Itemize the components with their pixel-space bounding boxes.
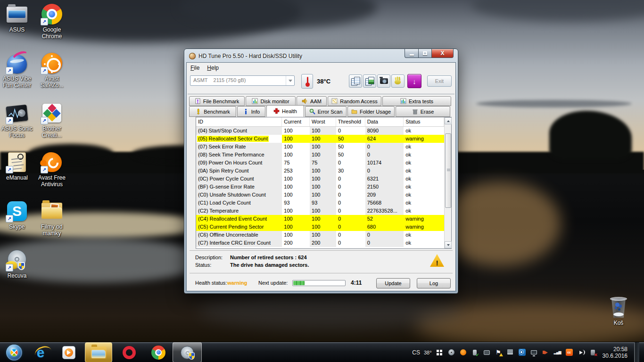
desktop-icon-avast-free[interactable]: Avast Free Antivirus	[35, 151, 69, 188]
start-button[interactable]	[4, 342, 25, 362]
col-header-id[interactable]: ID	[196, 117, 282, 126]
network-signal-icon[interactable]: ▂▄▆	[553, 348, 561, 356]
table-row[interactable]: (0A) Spin Retry Count253100300ok	[196, 167, 444, 175]
tab-random-access[interactable]: Random Access	[328, 96, 381, 106]
desktop-icon-asus-sonic-focus[interactable]: ASUS Sonic Focus	[0, 102, 34, 139]
intel-widi-icon[interactable]	[518, 348, 526, 356]
desktop-icon-emanual[interactable]: eManual	[0, 151, 34, 181]
table-row[interactable]: (C4) Reallocated Event Count100100052war…	[196, 215, 444, 223]
update-download-button[interactable]: ↓	[407, 74, 421, 88]
icon-label: Koš	[602, 320, 636, 326]
table-row[interactable]: (04) Start/Stop Count10010008090ok	[196, 127, 444, 135]
tab-aam[interactable]: AAM	[297, 96, 327, 106]
window-titlebar[interactable]: HD Tune Pro 5.50 - Hard Disk/SSD Utility	[189, 51, 302, 61]
tab-error-scan[interactable]: Error Scan	[305, 106, 347, 117]
col-header-current[interactable]: Current	[282, 117, 310, 126]
tab-benchmark[interactable]: Benchmark	[189, 106, 236, 117]
menu-file[interactable]: File	[190, 65, 199, 71]
display-icon[interactable]	[530, 348, 538, 356]
avast-tray-icon[interactable]	[459, 348, 467, 356]
taskbar-explorer-active[interactable]	[85, 342, 112, 362]
minimize-icon	[410, 54, 414, 56]
scroll-up-arrow[interactable]	[445, 117, 452, 124]
power-disconnect-icon[interactable]	[589, 348, 597, 356]
minimize-button[interactable]	[405, 49, 419, 58]
chrome-icon	[41, 3, 63, 25]
usb-eject-icon[interactable]	[471, 348, 479, 356]
action-center-flag-icon[interactable]: ⚑	[495, 348, 503, 356]
scroll-down-arrow[interactable]	[445, 241, 452, 248]
table-row[interactable]: (C5) Current Pending Sector1001000680war…	[196, 223, 444, 231]
tab-folder-usage[interactable]: Folder Usage	[347, 106, 395, 117]
screenshot-button[interactable]	[377, 74, 390, 88]
desktop-icon-filmy-folder[interactable]: Filmy od mamky	[35, 200, 69, 237]
update-button[interactable]: Update	[376, 278, 410, 288]
table-row[interactable]: (BF) G-sense Error Rate10010002150ok	[196, 183, 444, 191]
col-header-data[interactable]: Data	[365, 117, 404, 126]
language-indicator[interactable]: CS	[412, 349, 420, 356]
copy-text-button[interactable]	[349, 74, 362, 88]
ccleaner-icon[interactable]: cc	[565, 348, 573, 356]
network-computers-icon[interactable]	[506, 348, 514, 356]
temperature-button[interactable]	[301, 74, 313, 89]
tab-erase[interactable]: Erase	[396, 106, 450, 117]
col-header-worst[interactable]: Worst	[310, 117, 336, 126]
col-header-status[interactable]: Status	[404, 117, 444, 126]
tab-info[interactable]: Info	[237, 106, 265, 117]
taskbar-hdtune-active[interactable]	[173, 342, 202, 362]
table-cell: 624	[365, 135, 404, 143]
desktop-icon-google-chrome[interactable]: Google Chrome	[35, 3, 69, 40]
table-row[interactable]: (0C) Power Cycle Count10010006321ok	[196, 175, 444, 183]
recuva-icon	[6, 249, 28, 272]
taskbar-clock[interactable]: 20:58 30.6.2016	[603, 346, 627, 359]
tab-file-benchmark[interactable]: File Benchmark	[189, 96, 245, 106]
taskbar-chrome[interactable]	[148, 342, 169, 362]
table-row[interactable]: (C2) Temperature1001000227633528...ok	[196, 207, 444, 215]
table-row[interactable]: (07) Seek Error Rate100100500ok	[196, 143, 444, 151]
desktop-icon-asus-vibe[interactable]: ASUS Vibe Fun Center	[0, 52, 34, 89]
table-row[interactable]: (08) Seek Time Performance100100500ok	[196, 151, 444, 159]
window-title: HD Tune Pro 5.50 - Hard Disk/SSD Utility	[198, 53, 302, 59]
copy-image-button[interactable]	[363, 74, 376, 88]
menu-help[interactable]: Help	[207, 65, 219, 71]
table-cell: 0	[336, 207, 365, 215]
vertical-scrollbar[interactable]	[444, 117, 451, 248]
table-cell: 0	[365, 151, 404, 159]
show-desktop-button[interactable]	[634, 342, 639, 362]
disk-monitor-icon	[252, 98, 258, 104]
drive-select[interactable]: ASMT 2115 (750 gB)	[190, 75, 295, 86]
audio-manager-icon[interactable]	[542, 348, 550, 356]
log-button[interactable]: Log	[417, 278, 451, 288]
table-row[interactable]: (09) Power On Hours Count7575010174ok	[196, 159, 444, 167]
table-cell: 100	[282, 143, 310, 151]
table-row[interactable]: (05) Reallocated Sector Count10010050624…	[196, 135, 444, 143]
desktop-icon-avast-safezone[interactable]: Avast SafeZo...	[35, 52, 69, 89]
table-row[interactable]: (C6) Offline Uncorrectable10010000ok	[196, 231, 444, 239]
hdtune-tray-icon[interactable]	[447, 348, 455, 356]
touchpad-icon[interactable]	[483, 348, 491, 356]
close-button[interactable]: X	[432, 49, 454, 58]
tab-disk-monitor[interactable]: Disk monitor	[246, 96, 296, 106]
table-cell: 30	[336, 167, 365, 175]
taskbar-media-player[interactable]	[58, 342, 79, 362]
desktop-icon-skype[interactable]: S Skype	[0, 200, 34, 230]
windows-logo-tray-icon[interactable]	[436, 348, 444, 356]
scrollbar-thumb[interactable]	[445, 133, 451, 208]
volume-icon[interactable]	[577, 348, 585, 356]
tray-temperature[interactable]: 38°	[424, 350, 432, 355]
tab-health[interactable]: Health	[266, 105, 304, 117]
col-header-threshold[interactable]: Threshold	[336, 117, 365, 126]
desktop-icon-brother-creative[interactable]: Brother Creati...	[35, 102, 69, 139]
tab-extra-tests[interactable]: Extra tests	[382, 96, 451, 106]
recycle-bin[interactable]: Koš	[602, 296, 636, 326]
desktop-icon-recuva[interactable]: Recuva	[0, 249, 34, 279]
exit-button[interactable]: Exit	[427, 75, 452, 87]
taskbar-opera[interactable]	[119, 342, 140, 362]
maximize-button[interactable]	[419, 49, 432, 58]
taskbar-internet-explorer[interactable]: e	[30, 342, 51, 362]
desktop-icon-asus[interactable]: ASUS	[0, 3, 34, 33]
table-row[interactable]: (C7) Interface CRC Error Count20020000ok	[196, 239, 444, 247]
table-row[interactable]: (C0) Unsafe Shutdown Count1001000209ok	[196, 191, 444, 199]
donate-button[interactable]	[391, 74, 405, 88]
table-row[interactable]: (C1) Load Cycle Count9393075668ok	[196, 199, 444, 207]
